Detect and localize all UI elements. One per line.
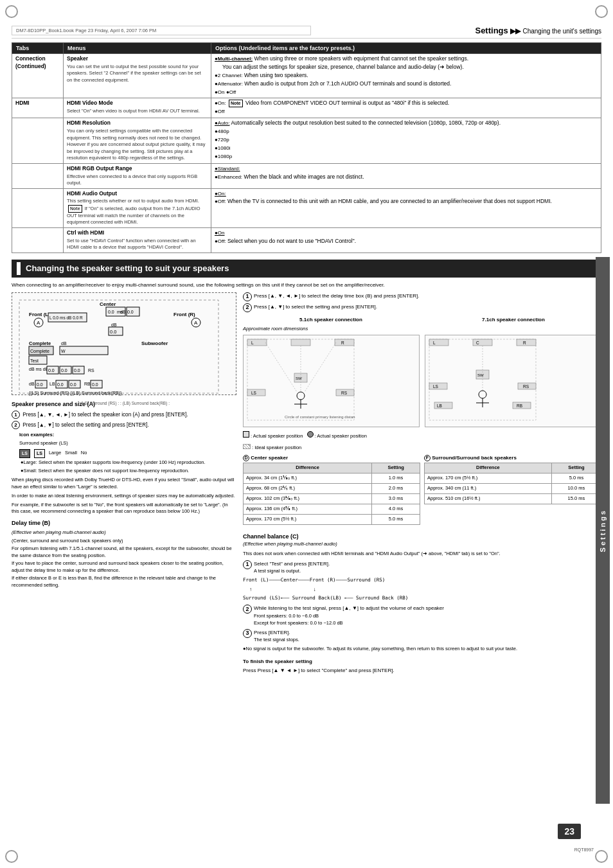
finish-title: To finish the speaker setting <box>243 658 601 666</box>
option-item: ●Off <box>215 108 598 116</box>
menu-hdmi-video: HDMI Video Mode Select "On" when video i… <box>64 98 211 118</box>
icon-label-small: Small <box>65 450 77 457</box>
svg-text:0.0: 0.0 <box>48 368 55 373</box>
svg-point-57 <box>297 392 305 400</box>
diagram-5ch: C L R SW <box>243 335 420 427</box>
legend-ideal: : Ideal speaker position <box>243 444 601 452</box>
icon-ls-light: LS <box>34 449 45 458</box>
table-header-row: Difference Setting <box>425 463 601 474</box>
step-circle-1: 1 <box>243 292 252 301</box>
finish-text: Press Press [▲ ▼ ◄ ►] to select "Complet… <box>243 667 601 675</box>
cell-set: 15.0 ms <box>551 494 601 504</box>
option-item: ●1080i <box>215 145 598 152</box>
menu-desc: This setting selects whether or not to o… <box>67 198 208 226</box>
diagram-caption: : (LS) Surround (RS) : : (LB) Surround b… <box>16 400 232 406</box>
right-step2: 2 Press [▲, ▼] to select the setting and… <box>243 303 601 312</box>
svg-text:Complete: Complete <box>29 341 51 346</box>
right-step1: 1 Press [▲, ▼, ◄, ►] to select the delay… <box>243 292 601 301</box>
svg-text:A: A <box>37 320 40 326</box>
icon-row: LS LS Large Small No <box>19 449 236 458</box>
col-setting: Setting <box>551 463 601 474</box>
section-bar <box>17 262 21 275</box>
svg-text:dB  ms  dB: dB ms dB <box>29 367 49 371</box>
svg-text:dB: dB <box>120 310 126 314</box>
option-item: ●2 Channel: When using two speakers. <box>215 72 598 80</box>
page-number: 23 <box>558 824 581 839</box>
option-item: ●720p <box>215 136 598 144</box>
ideal-speaker-icon <box>243 444 251 449</box>
cell-set: 2.0 ms <box>372 484 420 494</box>
intro-text: When connecting to an amplifier/receiver… <box>12 281 601 288</box>
svg-rect-53 <box>335 339 354 346</box>
cell-set: 5.0 ms <box>372 514 420 524</box>
svg-text:Circle of constant primary lis: Circle of constant primary listening dis… <box>285 415 355 419</box>
delay-desc1: (Center, surround and surround back spea… <box>12 538 236 545</box>
option-item: ●Attenuator: When audio is output from 2… <box>215 80 598 88</box>
finish-section: To finish the speaker setting Press Pres… <box>243 658 601 674</box>
svg-rect-50 <box>291 339 310 346</box>
svg-rect-71 <box>429 339 449 346</box>
channel-balance-section: Channel balance (C) (Effective when play… <box>243 533 601 653</box>
cell-diff: Approx. 102 cm (3⅓₀ ft.) <box>244 494 372 504</box>
room-diagrams: C L R SW <box>243 335 601 427</box>
table-row: Approx. 510 cm (16½ ft.) 15.0 ms <box>425 494 601 504</box>
table-row: Approx. 102 cm (3⅓₀ ft.) 3.0 ms <box>244 494 420 504</box>
menu-hdmi-res: HDMI Resolution You can only select sett… <box>64 118 211 163</box>
table-row: HDMI RGB Output Range Effective when con… <box>12 163 601 188</box>
speaker-diagram: Center 0.0 ms dB 0.0 Front (L) A <box>12 292 236 395</box>
option-item: You can adjust the settings for speaker … <box>215 64 598 71</box>
legend-icon-1 <box>243 431 249 438</box>
cell-set: 10.0 ms <box>551 484 601 494</box>
settings-sidebar: Settings <box>596 257 610 804</box>
delay-title: Delay time (B) <box>12 519 236 527</box>
cell-diff: Approx. 68 cm (2⅙ ft.) <box>244 484 372 494</box>
table-row: Approx. 340 cm (11 ft.) 10.0 ms <box>425 484 601 494</box>
option-item: ●On ●Off <box>215 89 598 96</box>
options-hdmi-audio: ●On: ●Off: When the TV is connected to t… <box>211 188 601 227</box>
table-row: HDMI Resolution You can only select sett… <box>12 118 601 163</box>
presence-step2: 2 Press [▲, ▼] to select the setting and… <box>12 421 236 429</box>
svg-rect-25 <box>60 346 108 355</box>
center-speaker-table-container: D Center speaker Difference Setting <box>243 454 420 527</box>
subwoofer-note: For example, if the subwoofer is set to … <box>12 502 236 515</box>
svg-text:0.0: 0.0 <box>92 382 98 387</box>
channel-balance-subtitle: (Effective when playing multi-channel au… <box>243 541 601 548</box>
cb-step1-note: A test signal is output. <box>254 568 330 575</box>
cell-set: 4.0 ms <box>372 504 420 514</box>
signal-chain-front: Front (L)————Center————Front (R)————Surr… <box>243 577 601 584</box>
option-item: ●Standard: <box>215 165 598 173</box>
step-circle-2: 2 <box>243 303 252 312</box>
svg-text:Center: Center <box>100 301 116 307</box>
channel-balance-note: This does not work when connected with H… <box>243 551 601 558</box>
step-circle-cb2: 2 <box>243 605 252 614</box>
table-row: HDMI Audio Output This setting selects w… <box>12 188 601 227</box>
col-options: Options (Underlined items are the factor… <box>211 43 601 54</box>
tab-empty-3 <box>12 188 64 227</box>
menu-title: HDMI Resolution <box>67 120 208 127</box>
menu-speaker: Speaker You can set the unit to output t… <box>64 54 211 98</box>
svg-7ch: C L R SW LS RS <box>428 338 537 421</box>
distance-tables: D Center speaker Difference Setting <box>243 454 601 527</box>
svg-text:0.0: 0.0 <box>110 329 116 335</box>
page-footer: RQT8997 23 <box>574 847 594 852</box>
room-dims-label: Approximate room dimensions <box>243 326 601 333</box>
cb-step3-note: The test signal stops. <box>254 637 299 644</box>
right-column: 1 Press [▲, ▼, ◄, ►] to select the delay… <box>243 292 601 674</box>
presence-note: When playing discs recorded with Dolby T… <box>12 477 236 490</box>
step-num-1: 1 <box>12 411 20 419</box>
large-desc: ●Large: Select when the speaker supports… <box>21 459 236 466</box>
menu-desc: You can only select settings compatible … <box>67 128 208 162</box>
col-difference: Difference <box>425 463 552 474</box>
menu-desc: Effective when connected to a device tha… <box>67 173 208 187</box>
speaker-connection-cols: 5.1ch speaker connection 7.1ch speaker c… <box>243 316 601 324</box>
cell-diff: Approx. 136 cm (4⅔ ft.) <box>244 504 372 514</box>
menu-title: HDMI Video Mode <box>67 100 208 107</box>
menu-desc: Set to use "HDAVI Control" function when… <box>67 238 208 251</box>
menu-ctrl-hdmi: Ctrl with HDMI Set to use "HDAVI Control… <box>64 227 211 252</box>
menu-title: HDMI RGB Output Range <box>67 165 208 173</box>
col-difference: Difference <box>244 463 372 474</box>
icon-label-large: Large <box>49 450 61 457</box>
svg-line-66 <box>305 342 336 392</box>
section-title: Changing the speaker setting to suit you… <box>26 263 229 273</box>
option-item: ●Off: Select when you do not want to use… <box>215 238 598 245</box>
